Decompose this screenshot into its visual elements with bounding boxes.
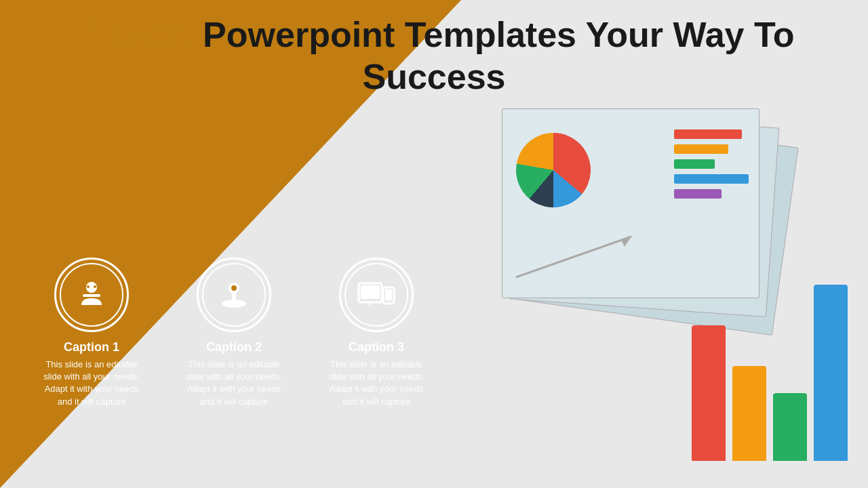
- bar-2: [732, 366, 766, 461]
- person-icon: [76, 279, 107, 310]
- bar-1: [692, 325, 726, 461]
- svg-rect-10: [361, 285, 380, 299]
- header: Project Powerpoint Templates Your Way To…: [0, 14, 868, 98]
- caption-1-text: This slide is an editable slide with all…: [41, 359, 142, 408]
- svg-point-0: [86, 282, 97, 293]
- caption-item-1: Caption 1 This slide is an editable slid…: [41, 258, 142, 408]
- title-rest: Powerpoint Templates Your Way To Success: [193, 15, 795, 96]
- svg-point-8: [231, 285, 237, 291]
- caption-2-title: Caption 2: [206, 340, 262, 354]
- svg-point-11: [369, 302, 372, 305]
- caption-3-title: Caption 3: [349, 340, 404, 354]
- bar-3: [773, 393, 807, 461]
- svg-point-2: [87, 285, 90, 288]
- color-strip-2: [674, 144, 728, 154]
- chart-illustration: [454, 108, 848, 461]
- caption-item-2: Caption 2 This slide is an editable slid…: [183, 258, 285, 408]
- chart-arrow: [509, 230, 645, 284]
- svg-point-3: [94, 285, 96, 288]
- svg-rect-1: [83, 294, 100, 297]
- svg-point-5: [222, 300, 246, 308]
- color-strip-3: [674, 159, 715, 169]
- svg-rect-12: [383, 287, 394, 304]
- svg-line-15: [516, 237, 631, 277]
- svg-rect-6: [232, 290, 236, 301]
- pie-chart: [516, 133, 591, 207]
- caption-item-3: Caption 3 This slide is an editable slid…: [326, 258, 427, 408]
- color-strip-1: [674, 129, 742, 139]
- joystick-icon: [217, 278, 251, 312]
- slide-title: Project Powerpoint Templates Your Way To…: [0, 14, 868, 98]
- svg-rect-4: [90, 282, 94, 284]
- svg-point-7: [229, 283, 239, 293]
- icon-circle-3: [339, 258, 414, 332]
- devices-icon: [357, 279, 395, 310]
- svg-point-14: [388, 302, 390, 304]
- caption-3-text: This slide is an editable slide with all…: [326, 359, 427, 408]
- bar-4: [814, 285, 848, 461]
- bar-chart: [692, 285, 848, 461]
- icons-row: Caption 1 This slide is an editable slid…: [41, 258, 427, 408]
- color-strip-4: [674, 174, 749, 184]
- content-area: Caption 1 This slide is an editable slid…: [0, 230, 448, 488]
- paper-front: [502, 108, 760, 298]
- caption-2-text: This slide is an editable slide with all…: [183, 359, 285, 408]
- icon-circle-1: [54, 258, 129, 332]
- title-accent: Project: [73, 15, 193, 54]
- svg-rect-9: [359, 283, 382, 302]
- caption-1-title: Caption 1: [64, 340, 119, 354]
- icon-circle-2: [197, 258, 271, 332]
- slide: Project Powerpoint Templates Your Way To…: [0, 0, 868, 488]
- color-strip-5: [674, 189, 722, 199]
- svg-rect-13: [385, 289, 392, 300]
